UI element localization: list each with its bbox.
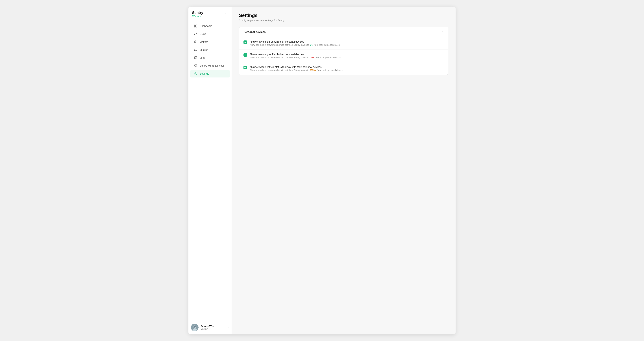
setting-text-away: Allow crew to set their status to away w… — [250, 66, 344, 72]
user-profile-footer[interactable]: James West Captain › — [188, 320, 232, 334]
collapse-icon — [224, 12, 227, 15]
sidebar-item-dashboard-label: Dashboard — [200, 25, 212, 28]
sidebar-item-settings-label: Settings — [200, 72, 209, 75]
section-header: Personal devices — [239, 27, 448, 37]
svg-point-7 — [195, 42, 196, 43]
section-collapse-button[interactable] — [441, 30, 444, 34]
status-away-badge: AWAY — [310, 69, 316, 72]
settings-icon — [194, 72, 198, 76]
svg-point-13 — [193, 328, 197, 331]
page-subtitle: Configure your vessel's settings for Sen… — [239, 19, 448, 22]
setting-desc-sign-off: Allow non-admin crew members to set thei… — [250, 56, 342, 59]
setting-item-away: Allow crew to set their status to away w… — [239, 62, 448, 75]
svg-rect-6 — [194, 41, 197, 43]
checkbox-sign-on[interactable] — [244, 41, 247, 44]
user-name: James West — [201, 325, 226, 328]
sidebar: Sentry M/Y Venti — [188, 7, 232, 334]
sidebar-item-sentry-mode-label: Sentry Mode Devices — [200, 64, 224, 67]
setting-item-sign-off: Allow crew to sign-off with their person… — [239, 50, 448, 62]
crew-icon — [194, 32, 198, 36]
sidebar-item-muster[interactable]: Muster — [190, 46, 230, 54]
user-role: Captain — [201, 328, 226, 330]
avatar — [191, 324, 198, 331]
sidebar-item-crew[interactable]: Crew — [190, 30, 230, 38]
checkbox-away[interactable] — [244, 66, 247, 69]
status-off-badge: OFF — [310, 56, 314, 59]
status-on-badge: ON — [310, 44, 313, 46]
app-container: Sentry M/Y Venti — [188, 7, 456, 334]
checkbox-sign-off[interactable] — [244, 53, 247, 57]
section-title: Personal devices — [244, 30, 266, 34]
svg-rect-1 — [196, 25, 197, 26]
checkmark-icon — [244, 41, 246, 43]
setting-text-sign-on: Allow crew to sign-on with their persona… — [250, 40, 340, 46]
sidebar-item-settings[interactable]: Settings — [190, 70, 230, 78]
chevron-up-icon — [441, 30, 444, 33]
sidebar-nav: Dashboard Crew — [188, 21, 232, 320]
main-content: Settings Configure your vessel's setting… — [232, 7, 456, 334]
svg-rect-2 — [194, 26, 196, 27]
sidebar-item-sentry-mode-devices[interactable]: Sentry Mode Devices — [190, 62, 230, 70]
visitors-icon — [194, 40, 198, 44]
sentry-mode-icon — [194, 64, 198, 68]
dashboard-icon — [194, 24, 198, 28]
user-profile-chevron-icon: › — [228, 326, 229, 329]
setting-label-away: Allow crew to set their status to away w… — [250, 66, 344, 69]
setting-desc-prefix-sign-off: Allow non-admin crew members to set thei… — [250, 56, 310, 59]
svg-point-5 — [196, 33, 197, 34]
avatar-image — [191, 324, 198, 331]
setting-label-sign-on: Allow crew to sign-on with their persona… — [250, 40, 340, 43]
app-name: Sentry — [192, 11, 203, 15]
sidebar-item-logs-label: Logs — [200, 56, 205, 59]
sidebar-item-visitors-label: Visitors — [200, 41, 208, 43]
setting-desc-prefix-away: Allow non-admin crew members to set thei… — [250, 69, 310, 72]
checkmark-icon — [244, 54, 246, 56]
sidebar-item-muster-label: Muster — [200, 48, 208, 51]
user-info: James West Captain — [201, 325, 226, 330]
setting-desc-suffix-sign-off: from their personal device. — [314, 56, 342, 59]
vessel-name: M/Y Venti — [192, 15, 203, 18]
svg-rect-0 — [194, 25, 196, 26]
sidebar-header: Sentry M/Y Venti — [188, 7, 232, 21]
svg-point-10 — [195, 73, 196, 74]
svg-point-14 — [194, 326, 196, 328]
svg-rect-3 — [196, 26, 197, 27]
setting-desc-prefix-sign-on: Allow non-admin crew members to set thei… — [250, 44, 310, 46]
logo-block: Sentry M/Y Venti — [192, 11, 203, 18]
sidebar-item-crew-label: Crew — [200, 33, 206, 35]
setting-desc-sign-on: Allow non-admin crew members to set thei… — [250, 44, 340, 46]
sidebar-collapse-button[interactable] — [223, 11, 228, 17]
svg-rect-9 — [194, 65, 197, 66]
setting-desc-away: Allow non-admin crew members to set thei… — [250, 69, 344, 72]
setting-desc-suffix-away: from their personal device. — [316, 69, 344, 72]
setting-text-sign-off: Allow crew to sign-off with their person… — [250, 53, 342, 59]
setting-desc-suffix-sign-on: from their personal device. — [313, 44, 340, 46]
sidebar-item-dashboard[interactable]: Dashboard — [190, 22, 230, 30]
sidebar-item-visitors[interactable]: Visitors — [190, 38, 230, 46]
sidebar-item-logs[interactable]: Logs — [190, 54, 230, 62]
page-title: Settings — [239, 13, 448, 18]
setting-item-sign-on: Allow crew to sign-on with their persona… — [239, 37, 448, 50]
logs-icon — [194, 56, 198, 60]
svg-point-4 — [195, 33, 196, 34]
setting-label-sign-off: Allow crew to sign-off with their person… — [250, 53, 342, 56]
checkmark-icon — [244, 67, 246, 69]
muster-icon — [194, 48, 198, 52]
personal-devices-section: Personal devices Allow crew to sign-on w… — [239, 27, 448, 75]
